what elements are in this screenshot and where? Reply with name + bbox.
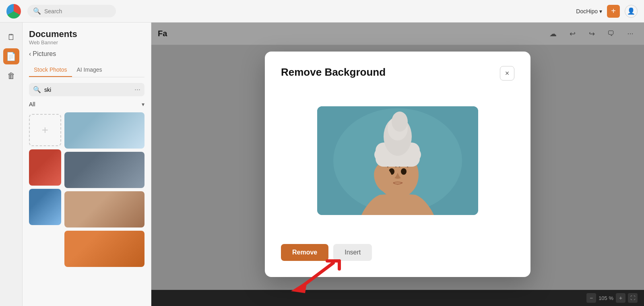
list-item[interactable] xyxy=(64,231,144,267)
remove-button[interactable]: Remove xyxy=(281,244,328,261)
account-menu[interactable]: DocHipo ▾ xyxy=(576,8,602,14)
insert-button[interactable]: Insert xyxy=(333,244,372,261)
arrow-indicator xyxy=(285,259,341,295)
more-options-icon[interactable]: ··· xyxy=(134,85,140,94)
filter-label: All xyxy=(29,101,35,108)
portrait-svg xyxy=(317,106,478,215)
user-avatar[interactable]: 👤 xyxy=(625,5,638,18)
modal-header: Remove Background × xyxy=(281,66,514,81)
add-new-button[interactable]: + xyxy=(607,5,620,18)
canvas-area: Fa ☁ ↩ ↪ 🗨 ··· 🗑 xyxy=(151,23,644,306)
add-image-button[interactable]: + xyxy=(29,114,61,146)
list-item[interactable] xyxy=(64,191,144,227)
nav-right: DocHipo ▾ + 👤 xyxy=(576,5,638,18)
images-col xyxy=(64,112,144,267)
back-link[interactable]: ‹ Pictures xyxy=(29,50,144,58)
search-icon: 🔍 xyxy=(33,86,41,93)
top-nav: 🔍 DocHipo ▾ + 👤 xyxy=(0,0,644,23)
account-label: DocHipo xyxy=(576,8,598,14)
app-logo xyxy=(6,4,21,19)
chevron-down-icon: ▾ xyxy=(599,8,602,14)
sidebar-item-document[interactable]: 🗒 xyxy=(3,29,19,45)
search-input[interactable] xyxy=(44,8,109,14)
back-chevron-icon: ‹ xyxy=(29,50,31,58)
modal-preview-image xyxy=(317,106,478,215)
modal-overlay: Remove Background × xyxy=(151,23,644,306)
tab-stock-photos[interactable]: Stock Photos xyxy=(29,63,72,77)
svg-marker-15 xyxy=(291,281,307,293)
left-panel: Documents Web Banner ‹ Pictures Stock Ph… xyxy=(23,23,151,306)
filter-row: All ▾ xyxy=(29,101,144,108)
modal-actions: Remove Insert xyxy=(281,244,514,261)
remove-background-modal: Remove Background × xyxy=(265,52,530,277)
search-icon: 🔍 xyxy=(33,7,41,15)
panel-search[interactable]: 🔍 ··· xyxy=(29,83,144,96)
search-bar[interactable]: 🔍 xyxy=(27,5,116,17)
main-layout: 🗒 📄 🗑 Documents Web Banner ‹ Pictures St… xyxy=(0,23,644,306)
tab-ai-images[interactable]: AI Images xyxy=(72,63,107,77)
sidebar-icons: 🗒 📄 🗑 xyxy=(0,23,23,306)
panel-search-input[interactable] xyxy=(44,87,131,93)
back-label: Pictures xyxy=(33,50,56,58)
modal-close-button[interactable]: × xyxy=(500,66,514,81)
filter-chevron-icon[interactable]: ▾ xyxy=(142,101,144,108)
svg-point-13 xyxy=(392,112,408,132)
list-item[interactable] xyxy=(64,152,144,188)
tabs-row: Stock Photos AI Images xyxy=(29,63,144,77)
sidebar-item-template[interactable]: 📄 xyxy=(3,48,19,64)
panel-subtitle: Web Banner xyxy=(29,39,144,45)
modal-title: Remove Background xyxy=(281,66,386,79)
list-item[interactable] xyxy=(29,189,61,225)
panel-title: Documents xyxy=(29,29,144,39)
list-item[interactable] xyxy=(29,149,61,186)
modal-image-container xyxy=(281,93,514,228)
list-item[interactable] xyxy=(64,112,144,149)
images-section: + xyxy=(29,112,144,267)
sidebar-item-trash[interactable]: 🗑 xyxy=(3,68,19,84)
svg-point-6 xyxy=(401,168,407,175)
